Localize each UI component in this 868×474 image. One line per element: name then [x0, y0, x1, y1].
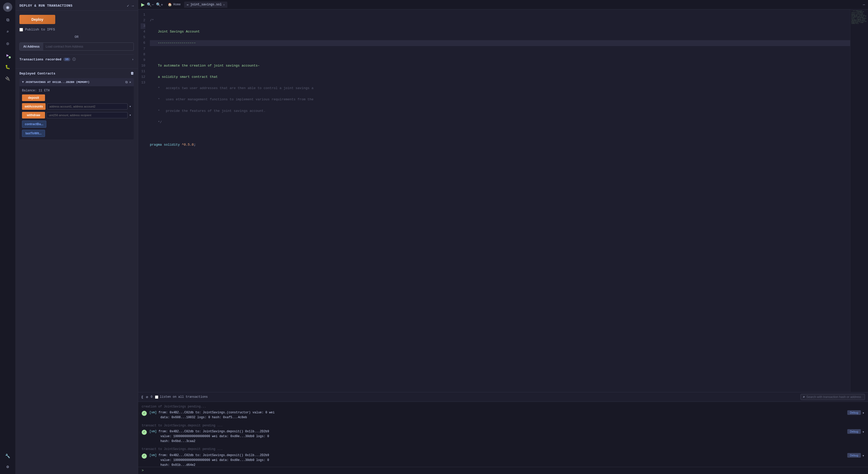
forward-icon[interactable]: → — [132, 4, 134, 8]
console-area: ⟪ ⊘ 0 listen on all transactions ⌕ creat… — [138, 392, 868, 474]
tx-entry-1: creation of JointSavings pending... ✓ [v… — [142, 405, 864, 420]
fn-row-setaccounts: setAccounts ▾ — [22, 103, 131, 110]
tx-entry-2: transact to JointSavings.deposit pending… — [142, 423, 864, 444]
run-button[interactable]: ▶ — [141, 2, 145, 7]
tx-success-icon-1: ✓ — [142, 411, 147, 416]
tab-bar: 🏠 Home ✏ joint_savings.sol ✕ — [165, 2, 861, 8]
publish-label: Publish to IPFS — [25, 28, 55, 31]
deploy-panel: DEPLOY & RUN TRANSACTIONS ✓ → Deploy Pub… — [16, 0, 138, 474]
deployed-contracts-section: Deployed Contracts 🗑 ▼ JOINTSAVINGS AT 0… — [16, 68, 138, 145]
tx-count: 0 — [151, 395, 152, 399]
close-tab-icon[interactable]: ✕ — [223, 3, 225, 6]
console-search-input[interactable] — [806, 395, 863, 399]
debug-col-1: Debug ▾ — [847, 410, 864, 416]
search-icon[interactable]: ⌕ — [4, 28, 11, 35]
code-content: /* Joint Savings Account ---------------… — [149, 9, 850, 392]
expand-editor-icon[interactable]: ↔ — [863, 3, 865, 7]
line-numbers: 1 2 3 4 5 6 7 8 9 10 11 12 13 — [138, 9, 149, 392]
tx-pending-2: transact to JointSavings.deposit pending… — [142, 423, 864, 428]
trash-icon[interactable]: 🗑 — [130, 72, 134, 76]
deployed-contracts-label: Deployed Contracts — [20, 72, 55, 76]
zoom-in-button[interactable]: 🔍+ — [156, 2, 163, 7]
icon-sidebar: ◉ ⧉ ⌕ ◎ ▶ 🐛 🔌 🔧 ⚙ — [0, 0, 16, 474]
tx-pending-3: transact to JointSavings.deposit pending… — [142, 447, 864, 452]
editor-main: 1 2 3 4 5 6 7 8 9 10 11 12 13 /* Joint S… — [138, 9, 868, 474]
tx-success-row-3: ✓ [vm] from: 0x4B2...C02db to: JointSavi… — [142, 453, 864, 467]
editor-area: ▶ 🔍− 🔍+ 🏠 Home ✏ joint_savings.sol ✕ ↔ 1… — [138, 0, 868, 474]
header-icons: ✓ → — [127, 4, 134, 8]
edit-icon: ✏ — [187, 3, 189, 7]
withdraw-input[interactable] — [46, 112, 128, 118]
contract-chevron-icon[interactable]: ▼ — [22, 80, 24, 84]
settings-icon[interactable]: ⚙ — [4, 463, 11, 470]
deposit-button[interactable]: deposit — [22, 94, 45, 101]
debug-button-1[interactable]: Debug — [847, 410, 861, 415]
tab-joint-savings[interactable]: ✏ joint_savings.sol ✕ — [184, 2, 227, 8]
editor-top-bar: ▶ 🔍− 🔍+ 🏠 Home ✏ joint_savings.sol ✕ ↔ — [138, 0, 868, 9]
publish-checkbox[interactable] — [20, 28, 23, 31]
tab-joint-savings-label: joint_savings.sol — [190, 3, 221, 6]
info-icon: ⓘ — [72, 57, 76, 62]
contract-name: JOINTSAVINGS AT 0X11B...2D2B9 (MEMORY) — [25, 81, 124, 84]
transactions-label: Transactions recorded — [20, 58, 61, 61]
deploy-button-wrapper: Deploy — [20, 15, 134, 24]
debug-button-2[interactable]: Debug — [847, 429, 861, 434]
tx-text-1: [vm] from: 0x4B2...C02db to: JointSaving… — [149, 410, 845, 420]
lasttowit-button[interactable]: lastToWit... — [22, 130, 45, 137]
tab-home[interactable]: 🏠 Home — [165, 2, 183, 8]
tx-pending-1: creation of JointSavings pending... — [142, 405, 864, 409]
fn-row-lasttowit: lastToWit... — [22, 130, 131, 137]
stop-icon[interactable]: ⊘ — [146, 395, 148, 399]
listen-checkbox[interactable] — [155, 395, 158, 399]
expand-tx-3[interactable]: ▾ — [862, 453, 864, 458]
debug-button-3[interactable]: Debug — [847, 453, 861, 457]
fn-row-deposit: deposit — [22, 94, 131, 101]
wrench-icon[interactable]: 🔧 — [4, 452, 11, 460]
expand-tx-2[interactable]: ▾ — [862, 429, 864, 435]
code-view: 1 2 3 4 5 6 7 8 9 10 11 12 13 /* Joint S… — [138, 9, 868, 392]
console-search-box: ⌕ — [801, 394, 865, 400]
fn-row-withdraw: withdraw ▾ — [22, 112, 131, 119]
withdraw-dropdown-icon[interactable]: ▾ — [129, 113, 131, 117]
home-icon: 🏠 — [168, 3, 172, 7]
deploy-body: Deploy Publish to IPFS OR At Address Tra… — [16, 11, 138, 68]
tx-text-2: [vm] from: 0x4B2...C02db to: JointSaving… — [149, 429, 845, 444]
deploy-button[interactable]: Deploy — [20, 15, 55, 24]
at-address-row: At Address — [20, 42, 134, 51]
file-icon[interactable]: ⧉ — [4, 17, 11, 24]
expand-tx-1[interactable]: ▾ — [862, 410, 864, 416]
deployed-header: Deployed Contracts 🗑 — [20, 72, 134, 76]
logo-icon[interactable]: ◉ — [3, 3, 12, 12]
tx-text-3: [vm] from: 0x4B2...C02db to: JointSaving… — [149, 453, 845, 467]
close-contract-icon[interactable]: ✕ — [129, 80, 131, 84]
plugin-icon[interactable]: ◎ — [4, 40, 11, 47]
tx-success-icon-2: ✓ — [142, 430, 147, 435]
console-toolbar: ⟪ ⊘ 0 listen on all transactions ⌕ — [138, 392, 868, 402]
at-address-input[interactable] — [43, 43, 133, 51]
contractba-button[interactable]: contractBa... — [22, 121, 46, 128]
setaccounts-button[interactable]: setAccounts — [22, 103, 45, 110]
debug-icon[interactable]: 🐛 — [4, 63, 11, 71]
balance-row: Balance: 11 ETH — [22, 89, 131, 92]
fn-row-contractba: contractBa... — [22, 121, 131, 128]
deploy-panel-header: DEPLOY & RUN TRANSACTIONS ✓ → — [16, 0, 138, 11]
transactions-row[interactable]: Transactions recorded 35 ⓘ › — [20, 54, 134, 64]
collapse-console-icon[interactable]: ⟪ — [141, 395, 143, 399]
copy-address-icon[interactable]: ⧉ — [125, 80, 128, 84]
contract-body: Balance: 11 ETH deposit setAccounts ▾ wi… — [20, 86, 134, 140]
zoom-out-button[interactable]: 🔍− — [147, 2, 154, 7]
tab-home-label: Home — [174, 3, 181, 6]
tx-entry-3: transact to JointSavings.deposit pending… — [142, 447, 864, 467]
tx-success-row-1: ✓ [vm] from: 0x4B2...C02db to: JointSavi… — [142, 410, 864, 420]
search-console-icon: ⌕ — [803, 395, 805, 399]
plugin2-icon[interactable]: 🔌 — [4, 75, 11, 82]
at-address-button[interactable]: At Address — [20, 43, 43, 51]
setaccounts-input[interactable] — [47, 103, 128, 110]
listen-label: listen on all transactions — [160, 395, 208, 399]
setaccounts-dropdown-icon[interactable]: ▾ — [129, 105, 131, 109]
expand-transactions-icon[interactable]: › — [132, 58, 134, 61]
tx-success-icon-3: ✓ — [142, 453, 147, 458]
withdraw-button[interactable]: withdraw — [22, 112, 45, 119]
console-prompt: > — [138, 467, 868, 474]
deploy-run-icon[interactable]: ▶ — [4, 52, 11, 59]
